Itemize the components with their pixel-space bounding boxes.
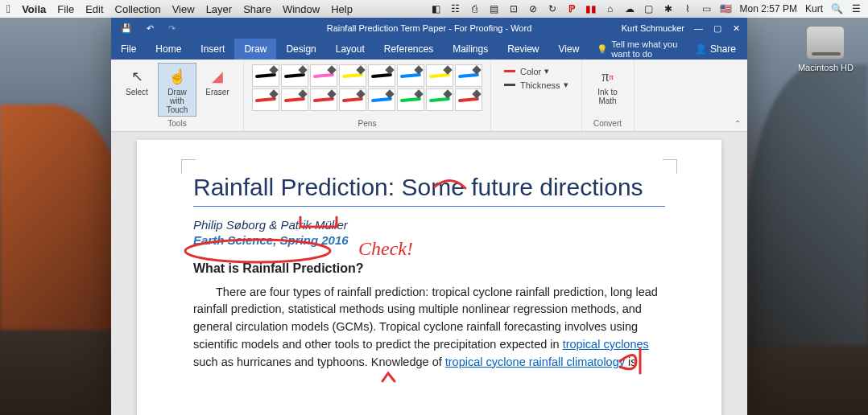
tab-references[interactable]: References: [374, 39, 443, 60]
minimize-button[interactable]: —: [694, 23, 704, 33]
bluetooth-icon[interactable]: ✱: [663, 3, 674, 14]
undo-icon[interactable]: ↶: [147, 23, 154, 34]
status-icon[interactable]: ▤: [489, 3, 500, 14]
pen-swatch[interactable]: [281, 88, 308, 111]
wifi-icon[interactable]: ⌇: [682, 3, 693, 14]
select-tool[interactable]: ↖Select: [118, 63, 156, 117]
maximize-button[interactable]: ▢: [713, 23, 723, 33]
pause-icon[interactable]: ▮▮: [585, 3, 597, 14]
menubar-view[interactable]: View: [172, 3, 195, 15]
menubar-collection[interactable]: Collection: [115, 3, 161, 15]
pen-swatch[interactable]: [368, 88, 395, 111]
tab-file[interactable]: File: [111, 39, 146, 60]
ink-caret-small: [382, 373, 395, 381]
document-area[interactable]: Rainfall Prediction: Some future directi…: [111, 132, 747, 415]
ribbon: ↖Select ☝Draw with Touch ◢Eraser Tools P…: [111, 60, 747, 132]
pen-color-dropdown[interactable]: Color ▾: [504, 66, 568, 76]
account-name[interactable]: Kurt Schmucker: [622, 23, 684, 33]
collapse-ribbon-icon[interactable]: ⌃: [734, 119, 741, 128]
status-icon[interactable]: ⌂: [605, 3, 616, 14]
pen-swatch[interactable]: [426, 88, 453, 111]
ribbon-tabs: File Home Insert Draw Design Layout Refe…: [111, 39, 747, 60]
status-icon[interactable]: ⊘: [527, 3, 539, 14]
eraser-tool[interactable]: ◢Eraser: [198, 63, 237, 117]
tab-design[interactable]: Design: [276, 39, 325, 60]
pen-swatch[interactable]: [397, 88, 424, 111]
margin-marker: [663, 159, 677, 174]
pen-swatch[interactable]: [310, 64, 337, 87]
macos-menubar:  Voila File Edit Collection View Layer …: [0, 0, 868, 18]
tab-mailings[interactable]: Mailings: [443, 39, 498, 60]
menubar-clock[interactable]: Mon 2:57 PM: [740, 3, 797, 14]
ribbon-group-format: Color ▾ Thickness ▾: [491, 60, 582, 131]
pen-swatch[interactable]: [310, 88, 337, 111]
pen-swatch[interactable]: [368, 64, 395, 87]
hyperlink-climatology[interactable]: tropical cyclone rainfall climatology: [445, 355, 625, 368]
spotlight-icon[interactable]: 🔍: [831, 3, 842, 14]
battery-icon[interactable]: ▭: [701, 3, 713, 14]
pen-swatch[interactable]: [252, 88, 279, 111]
hd-icon: [806, 26, 845, 60]
subtitle-line: Earth Science, Spring 2016: [193, 233, 665, 247]
notification-icon[interactable]: ☰: [850, 3, 862, 14]
pen-swatch[interactable]: [252, 64, 279, 87]
ribbon-group-tools: ↖Select ☝Draw with Touch ◢Eraser Tools: [111, 60, 244, 131]
parallels-icon[interactable]: ℙ: [566, 3, 577, 14]
menubar-file[interactable]: File: [57, 3, 74, 15]
pen-swatch[interactable]: [426, 64, 453, 87]
status-icon[interactable]: ⊡: [508, 3, 519, 14]
page: Rainfall Prediction: Some future directi…: [137, 140, 721, 415]
pen-swatch[interactable]: [339, 64, 366, 87]
authors-line: Philip Søborg & Patrik Müller: [193, 218, 665, 232]
pen-thickness-dropdown[interactable]: Thickness ▾: [504, 80, 568, 90]
pen-swatch[interactable]: [455, 88, 482, 111]
cursor-icon: ↖: [120, 65, 154, 88]
body-paragraph: There are four types of rainfall predict…: [193, 284, 665, 372]
menubar-user[interactable]: Kurt: [805, 3, 823, 14]
display-icon[interactable]: ▢: [643, 3, 655, 14]
tell-me-search[interactable]: 💡Tell me what you want to do: [597, 39, 684, 59]
status-icon[interactable]: ⎙: [469, 3, 481, 14]
lightbulb-icon: 💡: [597, 44, 608, 55]
pen-swatch[interactable]: [281, 64, 308, 87]
menubar-app[interactable]: Voila: [22, 3, 46, 15]
tab-insert[interactable]: Insert: [191, 39, 234, 60]
ink-to-math-button[interactable]: ππInk to Math: [589, 63, 627, 108]
group-label-pens: Pens: [250, 119, 484, 129]
status-icon[interactable]: ◧: [431, 3, 442, 14]
chevron-down-icon: ▾: [564, 80, 568, 90]
menubar-share[interactable]: Share: [243, 3, 271, 15]
save-icon[interactable]: 💾: [121, 23, 132, 34]
close-button[interactable]: ✕: [733, 23, 742, 33]
status-icon[interactable]: ☷: [450, 3, 461, 14]
redo-icon[interactable]: ↷: [168, 23, 176, 34]
tab-view[interactable]: View: [549, 39, 589, 60]
window-titlebar: 💾 ↶ ↷ Rainfall Prediction Term Paper - F…: [111, 18, 747, 39]
tab-layout[interactable]: Layout: [326, 39, 374, 60]
apple-menu[interactable]: : [6, 2, 10, 15]
menubar-layer[interactable]: Layer: [206, 3, 233, 15]
pen-swatch[interactable]: [339, 88, 366, 111]
flag-icon[interactable]: 🇺🇸: [721, 3, 732, 14]
tab-review[interactable]: Review: [498, 39, 548, 60]
ribbon-group-convert: ππInk to Math Convert: [582, 60, 634, 131]
document-title: Rainfall Prediction: Some future directi…: [193, 172, 665, 203]
pi-icon: ππ: [591, 65, 625, 88]
status-icon[interactable]: ↻: [547, 3, 558, 14]
pen-swatch[interactable]: [397, 64, 424, 87]
share-icon: 👤: [695, 43, 707, 55]
pen-swatch[interactable]: [455, 64, 482, 87]
tab-draw[interactable]: Draw: [234, 39, 276, 60]
status-icon[interactable]: ☁: [624, 3, 635, 14]
finger-icon: ☝: [160, 65, 194, 88]
menubar-edit[interactable]: Edit: [85, 3, 103, 15]
draw-touch-tool[interactable]: ☝Draw with Touch: [158, 63, 196, 117]
tab-home[interactable]: Home: [146, 39, 191, 60]
menubar-help[interactable]: Help: [331, 3, 353, 15]
share-button[interactable]: 👤Share: [684, 43, 747, 55]
hyperlink-tropical-cyclones[interactable]: tropical cyclones: [563, 338, 649, 351]
menubar-window[interactable]: Window: [283, 3, 320, 15]
ribbon-group-pens: Pens: [244, 60, 491, 131]
hd-label: Macintosh HD: [798, 63, 854, 72]
desktop-hd-icon[interactable]: Macintosh HD: [798, 26, 854, 72]
